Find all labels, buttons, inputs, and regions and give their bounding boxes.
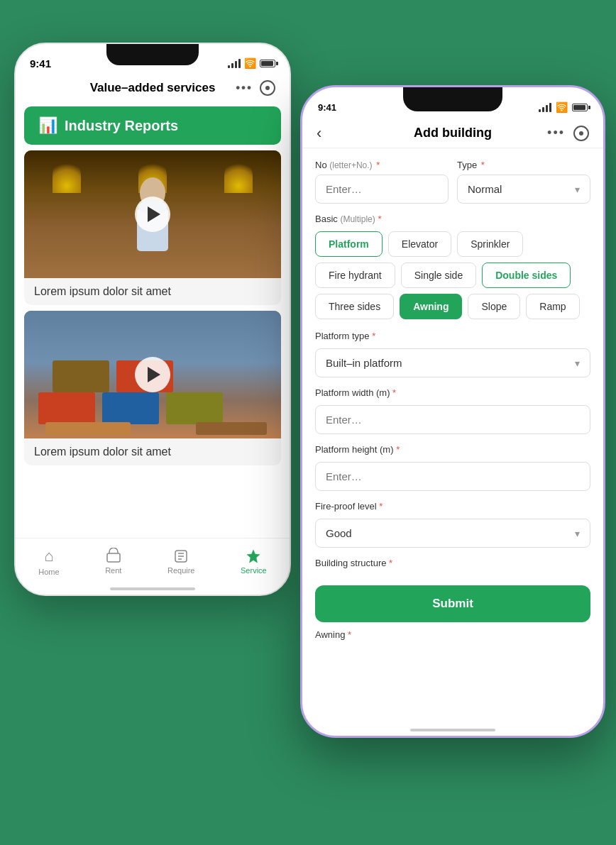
nav-home-label: Home xyxy=(38,568,59,576)
form-content: No (letter+No.) * Type * Normal ▾ xyxy=(302,148,603,726)
require-icon xyxy=(173,548,189,564)
chip-awning[interactable]: Awning xyxy=(400,294,462,319)
video-card-2[interactable]: Lorem ipsum dolor sit amet xyxy=(24,311,281,465)
platform-width-group: Platform width (m) * xyxy=(315,387,590,434)
fireproof-label: Fire-proof level * xyxy=(315,501,590,512)
chip-sprinkler[interactable]: Sprinkler xyxy=(457,231,523,257)
play-button-1[interactable] xyxy=(135,197,170,232)
app-header: ‹ Add building ••• xyxy=(302,120,603,148)
platform-type-label: Platform type * xyxy=(315,331,590,341)
industry-banner[interactable]: 📊 Industry Reports xyxy=(24,106,281,145)
home-icon: ⌂ xyxy=(44,547,53,565)
nav-home[interactable]: ⌂ Home xyxy=(38,547,59,576)
chip-elevator[interactable]: Elevator xyxy=(388,231,451,257)
chip-fire-hydrant[interactable]: Fire hydrant xyxy=(315,263,395,288)
phone-back: 9:41 🛜 Value–added services ••• 📊 Indust… xyxy=(14,43,291,596)
video-thumb-1 xyxy=(24,150,281,278)
caption-1: Lorem ipsum dolor sit amet xyxy=(24,278,281,305)
no-required: * xyxy=(376,160,380,170)
awning-group: Awning * xyxy=(315,629,590,640)
title-icons-back: ••• xyxy=(236,80,275,96)
platform-height-input[interactable] xyxy=(315,462,590,491)
basic-section: Basic (Multiple) * Platform Elevator Spr… xyxy=(315,214,590,319)
nav-rent-label: Rent xyxy=(105,566,121,575)
time-back: 9:41 xyxy=(30,57,51,70)
service-icon xyxy=(246,548,261,564)
no-group: No (letter+No.) * xyxy=(315,160,449,204)
chip-ramp[interactable]: Ramp xyxy=(526,294,579,319)
status-icons-back: 🛜 xyxy=(228,57,275,69)
type-label: Type * xyxy=(457,160,590,170)
signal-icon xyxy=(228,59,241,68)
no-hint: (letter+No.) xyxy=(329,160,372,170)
banner-label: Industry Reports xyxy=(65,118,178,134)
caption-2: Lorem ipsum dolor sit amet xyxy=(24,438,281,465)
header-icons: ••• xyxy=(547,126,589,141)
notch-front xyxy=(403,87,502,111)
type-value: Normal xyxy=(468,183,502,195)
chevron-down-icon-3: ▾ xyxy=(575,528,580,539)
wifi-icon-front: 🛜 xyxy=(556,101,568,113)
page-title-front: Add building xyxy=(414,126,492,140)
more-icon-back[interactable]: ••• xyxy=(236,81,253,95)
video-card-1[interactable]: Lorem ipsum dolor sit amet xyxy=(24,150,281,305)
signal-icon-front xyxy=(539,103,551,112)
page-title-back: Value–added services xyxy=(90,81,216,95)
platform-width-input[interactable] xyxy=(315,405,590,434)
nav-service[interactable]: Service xyxy=(241,548,267,575)
building-structure-label: Building structure * xyxy=(315,558,590,568)
basic-required: * xyxy=(378,214,381,224)
chip-double-sides[interactable]: Double sides xyxy=(482,263,571,288)
no-label: No (letter+No.) * xyxy=(315,160,449,170)
wifi-icon: 🛜 xyxy=(244,57,256,69)
platform-height-label: Platform height (m) * xyxy=(315,444,590,455)
nav-service-label: Service xyxy=(241,566,267,575)
title-bar-back: Value–added services ••• xyxy=(16,75,290,101)
chip-slope[interactable]: Slope xyxy=(468,294,520,319)
notch-back xyxy=(106,44,199,65)
more-icon-front[interactable]: ••• xyxy=(547,126,565,140)
fireproof-group: Fire-proof level * Good ▾ xyxy=(315,501,590,548)
home-indicator-back xyxy=(110,587,195,590)
chip-single-side[interactable]: Single side xyxy=(401,263,477,288)
video-thumb-2 xyxy=(24,311,281,438)
platform-width-label: Platform width (m) * xyxy=(315,387,590,398)
basic-label: Basic (Multiple) * xyxy=(315,214,590,224)
platform-type-value: Built–in platform xyxy=(326,357,402,369)
fireproof-value: Good xyxy=(326,527,352,539)
no-type-row: No (letter+No.) * Type * Normal ▾ xyxy=(315,160,590,204)
platform-height-group: Platform height (m) * xyxy=(315,444,590,491)
chevron-down-icon: ▾ xyxy=(575,184,580,195)
basic-hint: (Multiple) xyxy=(340,214,375,224)
target-icon-back[interactable] xyxy=(260,80,275,96)
chip-platform[interactable]: Platform xyxy=(315,231,383,257)
fireproof-select[interactable]: Good ▾ xyxy=(315,519,590,548)
home-indicator-front xyxy=(410,729,495,731)
battery-icon-front xyxy=(572,104,588,111)
nav-require-label: Require xyxy=(167,566,195,575)
chip-three-sides[interactable]: Three sides xyxy=(315,294,394,319)
building-structure-group: Building structure * xyxy=(315,558,590,568)
nav-rent[interactable]: Rent xyxy=(105,548,121,575)
platform-type-group: Platform type * Built–in platform ▾ xyxy=(315,331,590,377)
submit-button[interactable]: Submit xyxy=(315,585,590,622)
type-select[interactable]: Normal ▾ xyxy=(457,175,590,204)
platform-type-select[interactable]: Built–in platform ▾ xyxy=(315,348,590,377)
phone-front: 9:41 🛜 ‹ Add building ••• No (letter+No.… xyxy=(300,85,605,738)
status-icons-front: 🛜 xyxy=(539,101,588,113)
back-button[interactable]: ‹ xyxy=(317,124,321,143)
play-button-2[interactable] xyxy=(135,357,170,392)
bottom-nav: ⌂ Home Rent Require Service xyxy=(16,538,290,595)
basic-chips: Platform Elevator Sprinkler Fire hydrant… xyxy=(315,231,590,319)
type-required: * xyxy=(481,160,485,170)
awning-label: Awning * xyxy=(315,629,590,640)
type-group: Type * Normal ▾ xyxy=(457,160,590,204)
battery-icon xyxy=(260,60,275,67)
nav-require[interactable]: Require xyxy=(167,548,195,575)
banner-icon: 📊 xyxy=(38,116,57,135)
rent-icon xyxy=(106,548,121,563)
chevron-down-icon-2: ▾ xyxy=(575,358,580,369)
no-input[interactable] xyxy=(315,175,449,204)
time-front: 9:41 xyxy=(318,102,336,113)
target-icon-front[interactable] xyxy=(573,126,589,141)
